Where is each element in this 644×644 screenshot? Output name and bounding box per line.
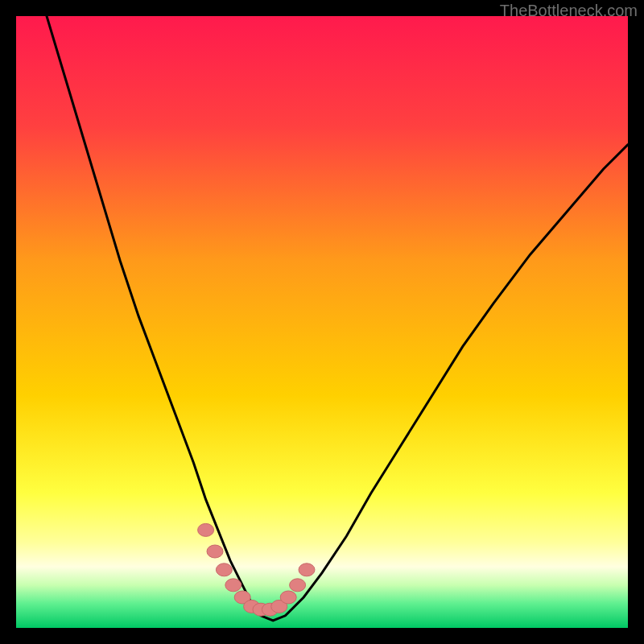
data-point [290,579,306,592]
gradient-background [16,16,628,628]
chart-frame [16,16,628,628]
data-point [216,564,232,576]
watermark-text: TheBottleneck.com [500,2,638,20]
data-point [299,564,315,576]
data-point [198,523,214,536]
bottleneck-chart [16,16,628,628]
data-point [225,579,242,592]
data-point [207,545,223,558]
data-point [280,591,296,604]
